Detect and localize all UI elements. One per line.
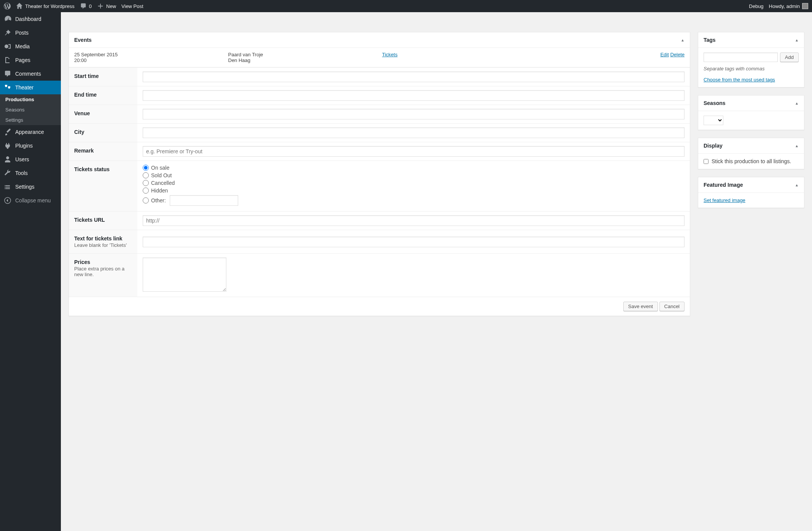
featured-image-metabox: Featured Image ▲ Set featured image xyxy=(698,177,804,208)
seasons-title: Seasons xyxy=(704,100,726,106)
settings-icon xyxy=(4,183,11,191)
choose-tags-link[interactable]: Choose from the most used tags xyxy=(704,77,775,83)
status-soldout-label: Sold Out xyxy=(151,172,172,178)
save-event-button[interactable]: Save event xyxy=(623,302,658,311)
tags-metabox: Tags ▲ Add Separate tags with commas Cho… xyxy=(698,32,804,87)
toggle-icon[interactable]: ▲ xyxy=(795,38,799,42)
sidebar-item-theater[interactable]: Theater xyxy=(0,81,61,94)
plugin-icon xyxy=(4,142,11,149)
dashboard-icon xyxy=(4,15,11,23)
sidebar-item-plugins[interactable]: Plugins xyxy=(0,139,61,153)
comments-link[interactable]: 0 xyxy=(80,3,92,10)
wrench-icon xyxy=(4,169,11,177)
sidebar-item-comments[interactable]: Comments xyxy=(0,67,61,81)
prices-input[interactable] xyxy=(143,258,226,292)
prices-label: Prices xyxy=(74,259,90,265)
sidebar-subitem-settings[interactable]: Settings xyxy=(0,115,61,125)
sidebar-item-label: Users xyxy=(15,156,29,162)
tickets-status-label: Tickets status xyxy=(69,161,137,211)
seasons-metabox: Seasons ▲ xyxy=(698,95,804,130)
status-cancelled-radio[interactable] xyxy=(143,180,149,186)
sidebar-item-dashboard[interactable]: Dashboard xyxy=(0,12,61,26)
theater-icon xyxy=(4,84,11,91)
avatar xyxy=(802,3,808,9)
seasons-select[interactable] xyxy=(704,116,723,125)
sidebar-item-tools[interactable]: Tools xyxy=(0,166,61,180)
toggle-icon[interactable]: ▲ xyxy=(795,144,799,148)
events-title: Events xyxy=(74,37,92,43)
toggle-icon[interactable]: ▲ xyxy=(795,183,799,187)
status-other-input[interactable] xyxy=(170,195,238,206)
city-input[interactable] xyxy=(143,127,685,138)
home-icon xyxy=(16,3,23,10)
status-onsale-radio[interactable] xyxy=(143,165,149,171)
tags-input[interactable] xyxy=(704,52,778,62)
toggle-icon[interactable]: ▲ xyxy=(681,38,685,42)
sidebar-subitem-seasons[interactable]: Seasons xyxy=(0,105,61,115)
city-label: City xyxy=(69,124,137,142)
display-metabox: Display ▲ Stick this production to all l… xyxy=(698,138,804,169)
admin-bar: Theater for Wordpress 0 New View Post De… xyxy=(0,0,812,12)
cancel-button[interactable]: Cancel xyxy=(659,302,685,311)
stick-checkbox[interactable] xyxy=(704,159,709,164)
text-link-label: Text for tickets link xyxy=(74,235,123,242)
brush-icon xyxy=(4,128,11,136)
status-other-label: Other: xyxy=(151,197,166,203)
page-icon xyxy=(4,56,11,64)
remark-label: Remark xyxy=(69,142,137,161)
user-icon xyxy=(4,156,11,163)
sidebar-item-pages[interactable]: Pages xyxy=(0,53,61,67)
view-post-link[interactable]: View Post xyxy=(121,3,143,9)
edit-link[interactable]: Edit xyxy=(660,52,669,57)
sidebar-item-label: Appearance xyxy=(15,129,44,135)
remark-input[interactable] xyxy=(143,146,685,157)
status-onsale-label: On sale xyxy=(151,165,169,171)
status-other-radio[interactable] xyxy=(143,197,149,203)
sidebar-submenu-theater: Productions Seasons Settings xyxy=(0,94,61,125)
event-city: Den Haag xyxy=(228,57,377,63)
admin-sidebar: Dashboard Posts Media Pages Comments The… xyxy=(0,12,61,331)
sidebar-item-label: Collapse menu xyxy=(15,197,51,203)
toggle-icon[interactable]: ▲ xyxy=(795,101,799,105)
new-label: New xyxy=(106,3,116,9)
venue-input[interactable] xyxy=(143,109,685,119)
pin-icon xyxy=(4,29,11,37)
my-account-link[interactable]: Howdy, admin xyxy=(769,3,808,9)
event-form-table: Start time End time Venue City Remark xyxy=(69,67,690,297)
wordpress-logo-icon[interactable] xyxy=(4,3,11,10)
media-icon xyxy=(4,43,11,50)
featured-title: Featured Image xyxy=(704,182,743,188)
tickets-link[interactable]: Tickets xyxy=(382,52,398,57)
display-title: Display xyxy=(704,143,723,149)
status-hidden-label: Hidden xyxy=(151,188,168,194)
sidebar-item-media[interactable]: Media xyxy=(0,40,61,53)
text-link-input[interactable] xyxy=(143,237,685,247)
event-venue: Paard van Troje xyxy=(228,52,377,57)
end-time-input[interactable] xyxy=(143,90,685,101)
sidebar-item-label: Theater xyxy=(15,84,33,91)
sidebar-item-label: Pages xyxy=(15,57,30,63)
sidebar-item-settings[interactable]: Settings xyxy=(0,180,61,194)
delete-link[interactable]: Delete xyxy=(670,52,685,57)
stick-label: Stick this production to all listings. xyxy=(712,158,791,164)
comments-count: 0 xyxy=(89,3,92,9)
start-time-input[interactable] xyxy=(143,72,685,82)
new-content-link[interactable]: New xyxy=(97,3,116,10)
events-metabox: Events ▲ 25 September 2015 20:00 Paard v… xyxy=(68,32,690,316)
sidebar-item-posts[interactable]: Posts xyxy=(0,26,61,40)
sidebar-subitem-productions[interactable]: Productions xyxy=(0,94,61,105)
site-name-link[interactable]: Theater for Wordpress xyxy=(16,3,75,10)
tickets-url-input[interactable] xyxy=(143,215,685,226)
status-hidden-radio[interactable] xyxy=(143,188,149,194)
add-tag-button[interactable]: Add xyxy=(780,52,799,62)
sidebar-item-users[interactable]: Users xyxy=(0,153,61,166)
status-soldout-radio[interactable] xyxy=(143,172,149,178)
plus-icon xyxy=(97,3,104,10)
debug-link[interactable]: Debug xyxy=(749,3,763,9)
set-featured-image-link[interactable]: Set featured image xyxy=(704,197,745,203)
sidebar-item-appearance[interactable]: Appearance xyxy=(0,125,61,139)
prices-desc: Place extra prices on a new line. xyxy=(74,266,132,277)
howdy-label: Howdy, admin xyxy=(769,3,800,9)
sidebar-collapse[interactable]: Collapse menu xyxy=(0,194,61,207)
end-time-label: End time xyxy=(69,86,137,105)
